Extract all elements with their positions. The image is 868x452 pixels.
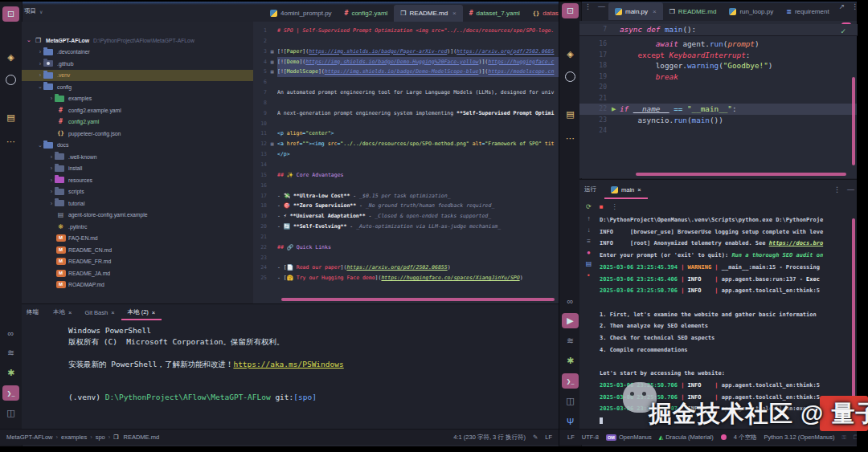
- editor-tab-4omini-prompt-py[interactable]: 4omini_prompt.py: [264, 5, 338, 22]
- tree-item-config2-example-yaml[interactable]: #config2.example.yaml: [22, 104, 253, 116]
- settings-icon[interactable]: ✱: [562, 353, 579, 369]
- status-item-4-1-230-3-[interactable]: 4:1 (230 字符, 3 行 换行符): [453, 434, 526, 442]
- project-icon[interactable]: ⊡: [2, 6, 19, 22]
- more-options-icon[interactable]: ⋮: [612, 203, 618, 210]
- run-arrow-icon[interactable]: ▶: [612, 104, 620, 115]
- structure-icon[interactable]: ▤: [2, 110, 19, 125]
- commit-icon[interactable]: ◈: [2, 50, 19, 65]
- more-icon[interactable]: ⋯: [562, 131, 579, 146]
- project-icon[interactable]: ⊡: [562, 3, 579, 18]
- tree-item-tutorial[interactable]: ›tutorial: [22, 197, 253, 210]
- tree-item-puppeteer-config-json[interactable]: {}puppeteer-config.json: [22, 128, 253, 140]
- scroll-down-icon[interactable]: ↓: [588, 226, 591, 234]
- vertical-scrollbar[interactable]: [852, 77, 855, 165]
- editor-tab-dataset-7-yaml[interactable]: #dataset_7.yaml: [463, 5, 526, 22]
- expand-icon[interactable]: ↗: [836, 2, 849, 20]
- more-options-icon[interactable]: ⋮: [830, 185, 844, 193]
- link[interactable]: https://arxiv.org/pdf/2502.0685: [457, 48, 554, 55]
- link[interactable]: https://img.shields.io/badge/Paper-arXiv…: [309, 48, 447, 55]
- editor-tab-run-loop-py[interactable]: run_loop.py: [723, 2, 780, 20]
- tree-item--venv[interactable]: ›.venv: [22, 70, 253, 82]
- link[interactable]: https://huggingface.c: [488, 59, 554, 65]
- tree-item-readme-cn-md[interactable]: MREADME_CN.md: [22, 244, 253, 256]
- tree-item--well-known[interactable]: ›.well-known: [22, 151, 253, 163]
- tree-item-agent-store-config-yaml-example[interactable]: ▤agent-store-config.yaml.example: [22, 210, 253, 222]
- more-icon[interactable]: ⋯: [2, 134, 19, 149]
- link[interactable]: https://docs.bro: [769, 240, 823, 246]
- breadcrumb-item[interactable]: README.md: [124, 434, 160, 441]
- run-tab-main[interactable]: main×: [604, 180, 648, 199]
- inspection-ok-icon[interactable]: ✓: [840, 27, 846, 35]
- status-item-lf[interactable]: LF: [545, 434, 552, 441]
- tree-item-faq-en-md[interactable]: MFAQ-EN.md: [22, 233, 253, 245]
- terminal-icon[interactable]: ❯_: [2, 385, 19, 401]
- horizontal-scrollbar[interactable]: [636, 173, 846, 176]
- horizontal-scrollbar[interactable]: [281, 298, 555, 301]
- tree-item-scripts[interactable]: ›scripts: [22, 186, 253, 198]
- status-item[interactable]: ⚿: [841, 434, 845, 441]
- problems-icon[interactable]: ◫: [2, 405, 19, 421]
- stop-icon[interactable]: ■: [600, 203, 604, 210]
- editor-tab-dataset-7-[interactable]: {}dataset_7⋯: [526, 5, 559, 22]
- minimize-icon[interactable]: —: [844, 185, 858, 193]
- status-item-dracula-material-[interactable]: ◭Dracula (Material): [659, 434, 714, 441]
- editor-tab-readme-md[interactable]: ❒README.md×: [394, 5, 462, 22]
- link[interactable]: https://modelscope.cn: [488, 68, 554, 75]
- link-icon[interactable]: ∞: [2, 325, 19, 340]
- status-item[interactable]: ✎: [533, 434, 538, 441]
- github-icon[interactable]: [2, 72, 19, 88]
- terminal-tab-git-bash[interactable]: Git Bash×: [78, 304, 121, 320]
- vertical-scrollbar[interactable]: [852, 218, 855, 419]
- link[interactable]: https://img.shields.io/badge/Demo-Huggin…: [305, 59, 478, 65]
- more-options-icon[interactable]: ⋮: [581, 2, 595, 20]
- tree-item-readme-ja-md[interactable]: MREADME_JA.md: [22, 267, 253, 279]
- tree-item-config[interactable]: ⌄config: [22, 81, 253, 93]
- status-item-utf-8[interactable]: UTF-8: [582, 434, 599, 441]
- terminal-tab--[interactable]: 本地×: [47, 304, 78, 320]
- link[interactable]: https://huggingface.co/spaces/XiangJinYu…: [381, 275, 519, 281]
- run-tool-label[interactable]: 运行: [584, 185, 596, 193]
- tab-close-icon[interactable]: ×: [653, 8, 657, 15]
- status-item-lf[interactable]: LF: [567, 434, 575, 441]
- print-icon[interactable]: ▤: [586, 260, 592, 267]
- run-icon[interactable]: ▶: [562, 313, 579, 328]
- tree-item-metagpt-aflow[interactable]: ⌄❐MetaGPT-AFLowD:\PythonProject\AFlow\Me…: [22, 35, 253, 47]
- editor-tab-readme-md[interactable]: ❒README.md: [663, 2, 723, 20]
- editor-tab-requirement[interactable]: ≣requirement: [780, 2, 835, 20]
- tree-item--pylintrc[interactable]: ❋.pylintrc: [22, 221, 253, 233]
- breadcrumb-item[interactable]: spo: [96, 434, 105, 441]
- status-item-openmanus[interactable]: OMOpenManus: [606, 434, 652, 441]
- link-icon[interactable]: ∞: [562, 293, 579, 308]
- tree-chevron-icon[interactable]: ⌄: [25, 37, 33, 43]
- tree-item-config2-yaml[interactable]: #config2.yaml: [22, 116, 253, 128]
- record-icon[interactable]: ●: [587, 249, 591, 256]
- rerun-icon[interactable]: ⟳: [586, 203, 592, 210]
- tree-item-docs[interactable]: ⌄docs: [22, 140, 253, 152]
- branch-icon[interactable]: Ψ: [562, 413, 579, 429]
- problems-icon[interactable]: ◫: [562, 393, 579, 409]
- editor-tab-config2-yaml[interactable]: #config2.yaml: [338, 5, 395, 22]
- structure-icon[interactable]: ▤: [562, 107, 579, 122]
- tree-item-install[interactable]: ›install: [22, 163, 253, 175]
- splitter-icon[interactable]: —: [595, 2, 608, 20]
- link[interactable]: https://arxiv.org/pdf/2502.06855: [346, 264, 447, 271]
- project-tool-label[interactable]: 项目: [24, 7, 36, 15]
- link[interactable]: https://img.shields.io/badge/Demo-ModelS…: [325, 68, 479, 75]
- breadcrumb-item[interactable]: examples: [61, 434, 87, 441]
- layers-icon[interactable]: ≋: [562, 333, 579, 348]
- tab-close-icon[interactable]: ×: [452, 10, 457, 17]
- tree-item-readme-fr-md[interactable]: MREADME_FR.md: [22, 256, 253, 268]
- tab-close-icon[interactable]: ×: [152, 309, 155, 316]
- settings-icon[interactable]: ✱: [2, 365, 19, 381]
- terminal-tab--2-[interactable]: 本地 (2)×: [121, 304, 162, 320]
- tree-item-roadmap-md[interactable]: MROADMAP.md: [22, 279, 253, 291]
- scroll-up-icon[interactable]: ↑: [588, 215, 591, 222]
- tab-close-icon[interactable]: ×: [637, 186, 641, 193]
- soft-wrap-icon[interactable]: ≡: [587, 238, 591, 245]
- tree-item-examples[interactable]: ›examples: [22, 93, 253, 105]
- tree-item-resources[interactable]: ›resources: [22, 174, 253, 186]
- tree-item--devcontainer[interactable]: ›.devcontainer: [22, 47, 253, 59]
- terminal-icon[interactable]: ❯_: [562, 373, 579, 389]
- commit-icon[interactable]: ◈: [562, 47, 579, 62]
- status-item[interactable]: [721, 434, 727, 440]
